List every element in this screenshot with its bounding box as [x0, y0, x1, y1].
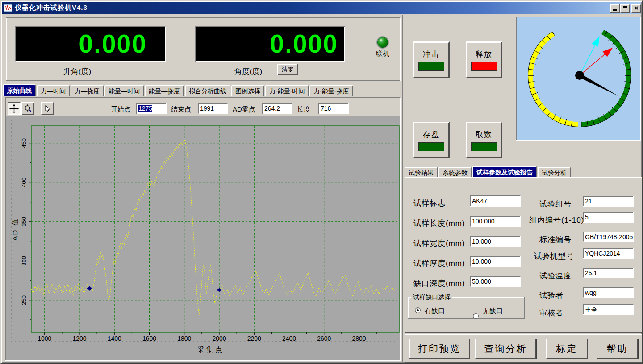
form-input-left-4[interactable]: 50.000 — [470, 276, 521, 287]
notch-radio-1[interactable] — [473, 313, 479, 319]
chart-tab-0[interactable]: 原始曲线 — [3, 84, 36, 96]
control-button-indicator-3 — [471, 142, 497, 151]
form-label-left-1: 试样长度(mm) — [413, 218, 465, 228]
form-input-right-1[interactable]: 5 — [583, 212, 634, 223]
toolbar-field-input-0[interactable]: 1275 — [136, 103, 167, 114]
control-button-indicator-0 — [418, 62, 444, 71]
form-label-left-4: 缺口深度(mm) — [413, 278, 465, 289]
chart-area[interactable]: 1000120014001600180020002200240026002800… — [6, 116, 400, 360]
form-input-right-2[interactable]: GB/T19748-2005 — [583, 232, 634, 242]
form-label-right-3: 试验机型号 — [534, 251, 574, 261]
toolbar-field-value-2: 264.2 — [264, 105, 280, 112]
chart-tabstrip: 原始曲线力—时间力—挠度能量—时间能量—挠度拟合分析曲线图例选择力-能量-时间力… — [3, 84, 354, 96]
form-label-right-2: 标准编号 — [539, 235, 572, 245]
pan-tool-button[interactable] — [8, 102, 21, 115]
raw-curve-chart: 1000120014001600180020002200240026002800… — [6, 116, 400, 360]
maximize-button[interactable] — [620, 4, 630, 13]
control-button-0[interactable]: 冲击 — [413, 41, 450, 78]
notch-radio-0[interactable] — [415, 307, 421, 313]
form-input-left-0[interactable]: AK47 — [470, 195, 521, 207]
form-input-right-0[interactable]: 21 — [583, 196, 634, 207]
toolbar-field-input-1[interactable]: 1991 — [198, 103, 228, 114]
y-tick-label: 300 — [21, 256, 27, 266]
control-button-2[interactable]: 存盘 — [413, 122, 450, 158]
minimize-button[interactable] — [610, 4, 620, 13]
chart-tab-6[interactable]: 图例选择 — [231, 85, 264, 96]
form-label-left-2: 试样宽度(mm) — [413, 238, 465, 248]
chart-focus-rect — [12, 120, 397, 342]
form-label-left-3: 试样厚度(mm) — [413, 258, 465, 269]
red-pointer-arrowhead — [603, 48, 613, 57]
x-tick-label: 2200 — [247, 335, 261, 342]
x-tick-label: 2600 — [317, 335, 331, 342]
bottom-button-0[interactable]: 打印预览 — [409, 339, 470, 359]
form-input-left-2[interactable]: 10.000 — [470, 236, 521, 247]
chart-tab-2[interactable]: 力—挠度 — [71, 85, 104, 96]
report-tabstrip: 试验结果系统参数试样参数及试验报告试验分析 — [405, 165, 572, 178]
cursor-marker — [217, 288, 222, 292]
angle-gauge — [517, 17, 640, 140]
online-led-label: 联机 — [375, 50, 391, 58]
y-tick-label: 400 — [21, 178, 27, 187]
report-tab-1[interactable]: 系统参数 — [438, 167, 472, 178]
app-icon — [4, 4, 12, 12]
form-input-right-6[interactable]: 王全 — [583, 304, 634, 315]
zoom-tool-button[interactable] — [21, 102, 34, 115]
toolbar-field-input-2[interactable]: 264.2 — [262, 103, 292, 114]
x-tick-label: 1400 — [108, 335, 121, 342]
report-tab-2[interactable]: 试样参数及试验报告 — [472, 166, 537, 178]
report-tab-3[interactable]: 试验分析 — [538, 167, 571, 178]
form-label-right-6: 审核者 — [539, 308, 564, 318]
control-button-label-3: 取数 — [476, 129, 493, 140]
x-tick-label: 2800 — [352, 335, 366, 342]
form-input-left-1[interactable]: 100.000 — [470, 216, 521, 227]
chart-tab-5[interactable]: 拟合分析曲线 — [185, 85, 230, 96]
close-button[interactable]: × — [631, 4, 641, 13]
form-input-right-3[interactable]: YQHCJ2014 — [583, 248, 634, 259]
x-tick-label: 2000 — [212, 335, 226, 342]
chart-tab-8[interactable]: 力-能量-挠度 — [309, 85, 353, 96]
notch-group-title: 试样缺口选择 — [411, 294, 452, 302]
titlebar[interactable]: 仪器化冲击试验机V4.3 — [2, 2, 641, 14]
cursor-marker — [87, 286, 92, 290]
control-button-3[interactable]: 取数 — [466, 122, 502, 158]
form-label-right-5: 试验者 — [539, 290, 564, 301]
angle-display: 0.000 — [195, 26, 345, 62]
maximize-icon — [623, 6, 627, 10]
chart-tab-7[interactable]: 力-能量-时间 — [265, 85, 309, 96]
form-input-right-4[interactable]: 25.1 — [583, 268, 634, 278]
zero-clear-button[interactable]: 清零 — [277, 64, 298, 75]
gauge-hub — [575, 71, 584, 80]
gauge-panel — [516, 17, 641, 141]
raw-ad-curve — [31, 139, 397, 315]
bottom-button-2[interactable]: 标定 — [546, 339, 588, 359]
y-axis-title: AD 值 — [11, 217, 19, 240]
bottom-button-1[interactable]: 查询分析 — [475, 339, 536, 359]
control-button-1[interactable]: 释放 — [466, 41, 502, 78]
y-tick-label: 250 — [21, 295, 27, 305]
control-button-label-2: 存盘 — [423, 129, 440, 140]
toolbar-field-label-0: 开始点 — [111, 105, 131, 114]
notch-radio-label-0: 有缺口 — [425, 307, 445, 315]
chart-tab-1[interactable]: 力—时间 — [37, 85, 70, 96]
report-tab-0[interactable]: 试验结果 — [405, 167, 438, 178]
x-tick-label: 1800 — [177, 335, 191, 342]
yellow-arc — [530, 34, 578, 124]
toolbar-field-input-3[interactable]: 716 — [318, 103, 349, 114]
chart-tab-3[interactable]: 能量—时间 — [104, 85, 144, 96]
x-tick-label: 1600 — [142, 335, 156, 342]
form-input-right-5[interactable]: wqg — [583, 287, 634, 298]
form-input-left-3[interactable]: 10.000 — [470, 256, 521, 267]
close-icon: × — [635, 4, 638, 12]
lift-angle-label: 升角(度) — [15, 66, 140, 77]
bottom-button-3[interactable]: 帮助 — [597, 339, 638, 359]
yellow-arc-outline — [528, 32, 578, 127]
vertical-divider — [402, 15, 403, 363]
minimize-icon — [613, 9, 617, 11]
x-tick-label: 1000 — [38, 335, 51, 342]
control-button-label-1: 释放 — [476, 49, 493, 59]
control-button-label-0: 冲击 — [423, 49, 440, 59]
chart-tab-4[interactable]: 能量—挠度 — [145, 85, 184, 96]
cursor-tool-button[interactable] — [41, 102, 54, 115]
cyan-pointer-arrowhead — [592, 37, 599, 47]
